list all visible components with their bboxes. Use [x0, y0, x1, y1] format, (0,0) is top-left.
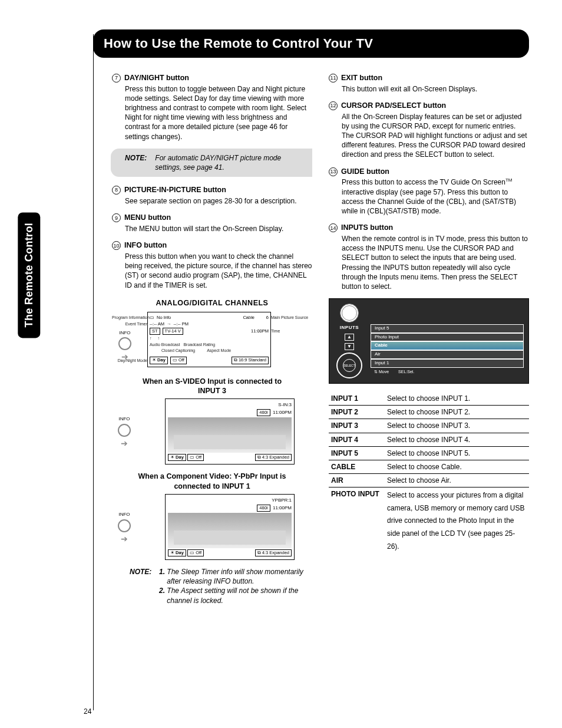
callout-audio-bcast: Audio Broadcast — [150, 342, 180, 347]
table-row: PHOTO INPUTSelect to access your picture… — [329, 487, 529, 555]
page-title-banner: How to Use the Remote to Control Your TV — [93, 29, 529, 58]
note-daynight: NOTE: For automatic DAY/NIGHT picture mo… — [111, 149, 312, 177]
section-tab: The Remote Control — [18, 212, 40, 338]
left-column: 7 DAY/NIGHT button Press this button to … — [112, 70, 312, 605]
item-pip: 8 PICTURE-IN-PICTURE button See separate… — [112, 185, 312, 206]
arrow-down-icon: ▼ — [345, 343, 354, 350]
item-daynight: 7 DAY/NIGHT button Press this button to … — [112, 73, 312, 141]
item-guide: 13 GUIDE button Press this button to acc… — [329, 167, 529, 216]
table-row: INPUT 2Select to choose INPUT 2. — [329, 406, 529, 419]
body-cursor: All the On-Screen Display features can b… — [342, 112, 529, 160]
callout-time: Time — [271, 328, 280, 334]
body-menu: The MENU button will start the On-Screen… — [125, 224, 312, 233]
heading-cursor: CURSOR PAD/SELECT button — [341, 101, 446, 111]
number-badge-12: 12 — [329, 101, 338, 110]
number-badge-7: 7 — [112, 74, 121, 83]
preview-image — [168, 513, 292, 548]
heading-inputs: INPUTS button — [341, 223, 393, 233]
table-row: INPUT 5Select to choose INPUT 5. — [329, 446, 529, 460]
item-inputs: 14 INPUTS button When the remote control… — [329, 223, 529, 291]
inputs-label: INPUTS — [340, 325, 359, 331]
body-pip: See separate section on pages 28-30 for … — [125, 196, 312, 206]
table-row: INPUT 1Select to choose INPUT 1. — [329, 392, 529, 406]
number-badge-13: 13 — [329, 167, 338, 176]
vertical-rule — [93, 34, 94, 710]
diagram-analog-digital: INFO ➔ Program Information ▭ No Info Cab… — [147, 312, 271, 367]
tm-mark: TM — [505, 177, 513, 183]
subhead-analog-digital: ANALOG/DIGITAL CHANNELS — [112, 298, 312, 308]
note-li-2: The Aspect setting will not be shown if … — [167, 587, 298, 604]
table-row: CABLESelect to choose Cable. — [329, 460, 529, 473]
page-number: 24 — [84, 707, 91, 716]
heading-pip: PICTURE-IN-PICTURE button — [124, 185, 226, 195]
select-ring-icon: SELECT — [336, 353, 362, 378]
heading-menu: MENU button — [124, 213, 171, 223]
number-badge-11: 11 — [329, 74, 338, 83]
body-inputs: When the remote control is in TV mode, p… — [342, 234, 529, 291]
right-column: 11 EXIT button This button will exit all… — [329, 70, 529, 605]
item-cursor: 12 CURSOR PAD/SELECT button All the On-S… — [329, 101, 529, 160]
table-row: INPUT 3Select to choose INPUT 3. — [329, 419, 529, 433]
heading-daynight: DAY/NIGHT button — [124, 73, 189, 83]
heading-guide: GUIDE button — [341, 167, 389, 177]
heading-info: INFO button — [124, 241, 167, 251]
arrow-up-icon: ▲ — [345, 334, 354, 341]
note-sleep-aspect: NOTE: The Sleep Timer info will show mom… — [130, 567, 312, 605]
inputs-table: INPUT 1Select to choose INPUT 1. INPUT 2… — [329, 392, 529, 555]
subhead-svideo: When an S-VIDEO Input is connected to IN… — [135, 377, 289, 397]
two-column-layout: 7 DAY/NIGHT button Press this button to … — [112, 70, 529, 605]
note-label: NOTE: — [130, 567, 151, 605]
callout-prog-info: Program Information — [112, 315, 147, 320]
preview-image — [168, 417, 292, 453]
subhead-component: When a Component Video: Y-PbPr Input is … — [135, 472, 289, 492]
item-info: 10 INFO button Press this button when yo… — [112, 241, 312, 290]
table-row: AIRSelect to choose Air. — [329, 474, 529, 487]
menu-item: Photo Input — [371, 333, 524, 342]
note-label: NOTE: — [125, 153, 147, 172]
menu-item: Input 5 — [371, 324, 524, 333]
diagram-remote-inputs: INPUTS ▲ ▼ SELECT Input 5 Photo Input Ca… — [329, 298, 529, 384]
callout-daynight-mode: Day/Night Mode — [112, 358, 147, 363]
menu-item-selected: Cable — [371, 341, 524, 350]
callout-bcast-rating: Broadcast Rating — [183, 342, 215, 347]
callout-event-timer: Event Timer — [112, 321, 147, 327]
heading-exit: EXIT button — [341, 73, 382, 83]
diagram-svideo: S-IN:3 480i 11:00PM ☀ Day ▭ Off ⧉ 4:3 Ex… — [165, 398, 295, 465]
menu-item: Input 1 — [371, 359, 524, 368]
body-info: Press this button when you want to check… — [125, 252, 312, 290]
item-exit: 11 EXIT button This button will exit all… — [329, 73, 529, 94]
note-li-1: The Sleep Timer info will show momentari… — [167, 568, 303, 585]
item-menu: 9 MENU button The MENU button will start… — [112, 213, 312, 233]
body-daynight: Press this button to toggle between Day … — [125, 84, 312, 141]
body-exit: This button will exit all On-Screen Disp… — [342, 84, 529, 94]
select-label: SELECT — [343, 359, 356, 372]
table-row: INPUT 4Select to choose INPUT 4. — [329, 433, 529, 446]
body-guide: Press this button to access the TV Guide… — [342, 177, 529, 216]
number-badge-10: 10 — [112, 241, 121, 250]
note-body: For automatic DAY/NIGHT picture mode set… — [155, 153, 304, 172]
diagram-component: YPBPR:1 480i 11:00PM ☀ Day ▭ Off ⧉ 4:3 E… — [165, 494, 295, 560]
number-badge-8: 8 — [112, 186, 121, 195]
number-badge-9: 9 — [112, 213, 121, 222]
callout-aspect-mode: Aspect Mode — [207, 348, 231, 353]
callout-main-source: Main Picture Source — [271, 315, 308, 320]
info-button-icon: INFO ➔ — [118, 416, 131, 449]
info-button-icon: INFO ➔ — [118, 512, 131, 545]
inputs-button-icon — [340, 304, 359, 322]
menu-item: Air — [371, 350, 524, 359]
inputs-menu-list: Input 5 Photo Input Cable Air Input 1 ⇅ … — [371, 304, 524, 378]
number-badge-14: 14 — [329, 223, 338, 232]
callout-cc: Closed Captioning — [161, 348, 195, 353]
